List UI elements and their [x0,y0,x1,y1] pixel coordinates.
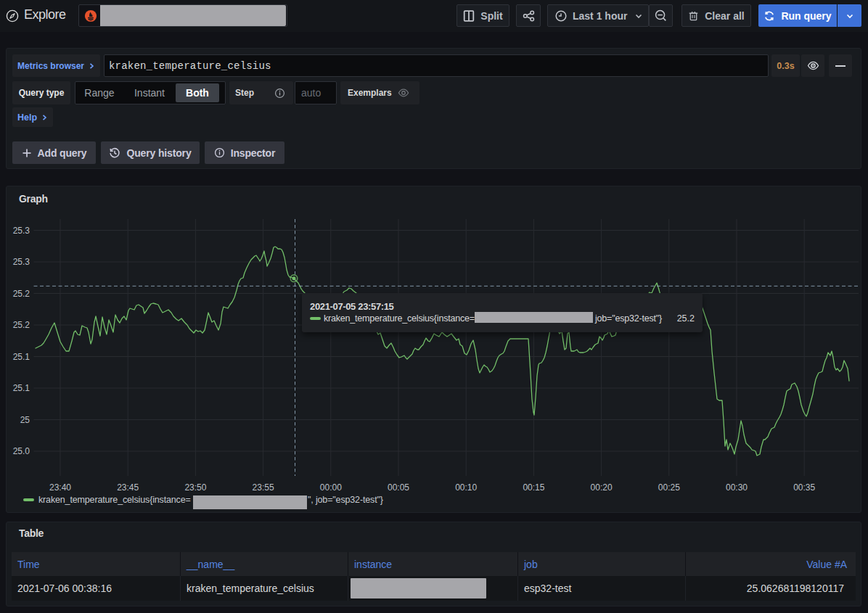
svg-text:00:10: 00:10 [455,482,477,493]
svg-text:00:35: 00:35 [793,482,815,493]
svg-text:00:25: 00:25 [658,482,680,493]
svg-text:25.2: 25.2 [13,289,30,299]
svg-text:23:50: 23:50 [184,482,206,493]
svg-text:00:05: 00:05 [388,482,409,493]
svg-text:25.3: 25.3 [13,257,30,267]
svg-text:25.1: 25.1 [13,383,30,393]
svg-text:", job="esp32-test"}: ", job="esp32-test"} [308,495,383,505]
svg-text:25.3: 25.3 [13,226,30,236]
svg-text:00:00: 00:00 [320,482,342,493]
svg-text:25.0: 25.0 [13,446,30,456]
svg-text:23:45: 23:45 [117,482,139,493]
svg-text:25.1: 25.1 [13,352,30,362]
svg-text:00:15: 00:15 [523,482,544,493]
svg-text:25.2: 25.2 [13,320,30,330]
svg-text:00:20: 00:20 [591,482,613,493]
svg-text:23:55: 23:55 [253,482,274,493]
svg-text:00:30: 00:30 [726,482,748,493]
svg-text:25: 25 [20,415,30,425]
svg-text:kraken_temperature_celsius{ins: kraken_temperature_celsius{instance= [38,495,191,505]
svg-text:23:40: 23:40 [49,482,71,493]
